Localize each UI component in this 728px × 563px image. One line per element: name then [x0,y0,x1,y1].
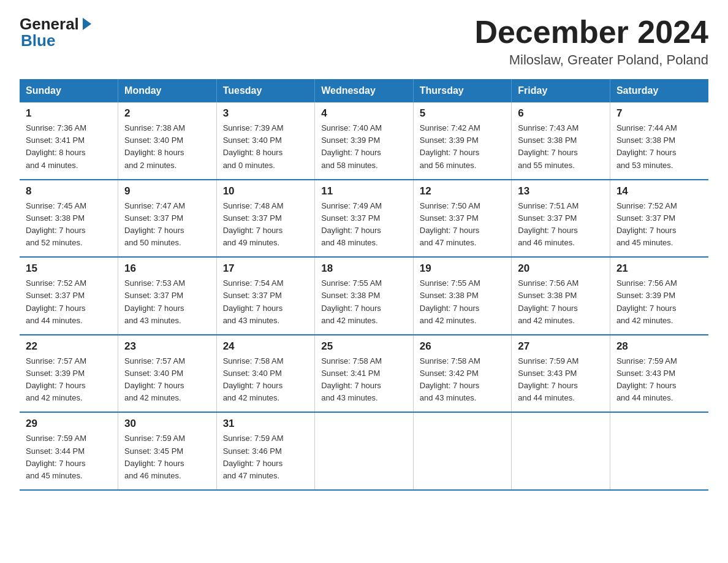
calendar-cell: 4 Sunrise: 7:40 AM Sunset: 3:39 PM Dayli… [315,102,414,180]
calendar-cell: 15 Sunrise: 7:52 AM Sunset: 3:37 PM Dayl… [20,257,118,335]
calendar-cell [610,412,708,490]
day-number: 14 [616,185,702,197]
day-number: 29 [26,418,112,430]
day-number: 8 [26,185,112,197]
calendar-cell: 30 Sunrise: 7:59 AM Sunset: 3:45 PM Dayl… [118,412,217,490]
day-number: 10 [223,185,309,197]
day-info: Sunrise: 7:36 AM Sunset: 3:41 PM Dayligh… [26,122,112,172]
calendar-cell: 31 Sunrise: 7:59 AM Sunset: 3:46 PM Dayl… [216,412,315,490]
calendar-cell: 14 Sunrise: 7:52 AM Sunset: 3:37 PM Dayl… [610,180,708,258]
calendar-cell: 1 Sunrise: 7:36 AM Sunset: 3:41 PM Dayli… [20,102,118,180]
day-info: Sunrise: 7:57 AM Sunset: 3:39 PM Dayligh… [26,355,112,405]
calendar-cell: 9 Sunrise: 7:47 AM Sunset: 3:37 PM Dayli… [118,180,217,258]
calendar-cell: 28 Sunrise: 7:59 AM Sunset: 3:43 PM Dayl… [610,335,708,413]
day-number: 11 [321,185,407,197]
day-number: 27 [518,340,604,353]
calendar-cell: 27 Sunrise: 7:59 AM Sunset: 3:43 PM Dayl… [512,335,610,413]
day-info: Sunrise: 7:53 AM Sunset: 3:37 PM Dayligh… [124,277,210,327]
day-info: Sunrise: 7:51 AM Sunset: 3:37 PM Dayligh… [518,200,604,250]
logo-arrow-icon [83,18,91,30]
calendar-cell: 11 Sunrise: 7:49 AM Sunset: 3:37 PM Dayl… [315,180,414,258]
logo-blue: Blue [21,31,55,50]
day-info: Sunrise: 7:52 AM Sunset: 3:37 PM Dayligh… [26,277,112,327]
location: Miloslaw, Greater Poland, Poland [474,52,708,68]
calendar-header-row: SundayMondayTuesdayWednesdayThursdayFrid… [20,79,708,102]
calendar-cell [315,412,414,490]
header-monday: Monday [118,79,217,102]
day-info: Sunrise: 7:49 AM Sunset: 3:37 PM Dayligh… [321,200,407,250]
calendar-cell: 18 Sunrise: 7:55 AM Sunset: 3:38 PM Dayl… [315,257,414,335]
calendar-cell: 8 Sunrise: 7:45 AM Sunset: 3:38 PM Dayli… [20,180,118,258]
day-number: 21 [616,262,702,275]
day-number: 16 [124,262,210,275]
calendar-cell [512,412,610,490]
day-number: 19 [420,262,506,275]
calendar-cell: 13 Sunrise: 7:51 AM Sunset: 3:37 PM Dayl… [512,180,610,258]
day-number: 9 [124,185,210,197]
day-info: Sunrise: 7:50 AM Sunset: 3:37 PM Dayligh… [420,200,506,250]
logo: General Blue [20,15,91,50]
header-wednesday: Wednesday [315,79,414,102]
day-info: Sunrise: 7:58 AM Sunset: 3:42 PM Dayligh… [420,355,506,405]
day-info: Sunrise: 7:55 AM Sunset: 3:38 PM Dayligh… [420,277,506,327]
header-friday: Friday [512,79,610,102]
day-info: Sunrise: 7:59 AM Sunset: 3:43 PM Dayligh… [616,355,702,405]
calendar-cell: 19 Sunrise: 7:55 AM Sunset: 3:38 PM Dayl… [413,257,512,335]
calendar-cell [413,412,512,490]
day-number: 25 [321,340,407,353]
calendar-cell: 6 Sunrise: 7:43 AM Sunset: 3:38 PM Dayli… [512,102,610,180]
day-number: 28 [616,340,702,353]
day-number: 4 [321,107,407,120]
header-sunday: Sunday [20,79,118,102]
day-info: Sunrise: 7:44 AM Sunset: 3:38 PM Dayligh… [616,122,702,172]
calendar-cell: 25 Sunrise: 7:58 AM Sunset: 3:41 PM Dayl… [315,335,414,413]
day-number: 22 [26,340,112,353]
day-number: 24 [223,340,309,353]
month-title: December 2024 [474,15,708,50]
calendar-cell: 10 Sunrise: 7:48 AM Sunset: 3:37 PM Dayl… [216,180,315,258]
day-number: 12 [420,185,506,197]
day-number: 17 [223,262,309,275]
day-info: Sunrise: 7:47 AM Sunset: 3:37 PM Dayligh… [124,200,210,250]
day-number: 20 [518,262,604,275]
day-number: 18 [321,262,407,275]
calendar-cell: 5 Sunrise: 7:42 AM Sunset: 3:39 PM Dayli… [413,102,512,180]
calendar-cell: 12 Sunrise: 7:50 AM Sunset: 3:37 PM Dayl… [413,180,512,258]
day-info: Sunrise: 7:52 AM Sunset: 3:37 PM Dayligh… [616,200,702,250]
calendar-week-4: 22 Sunrise: 7:57 AM Sunset: 3:39 PM Dayl… [20,335,708,413]
calendar-week-5: 29 Sunrise: 7:59 AM Sunset: 3:44 PM Dayl… [20,412,708,490]
calendar-week-2: 8 Sunrise: 7:45 AM Sunset: 3:38 PM Dayli… [20,180,708,258]
day-info: Sunrise: 7:43 AM Sunset: 3:38 PM Dayligh… [518,122,604,172]
day-info: Sunrise: 7:58 AM Sunset: 3:40 PM Dayligh… [223,355,309,405]
day-info: Sunrise: 7:55 AM Sunset: 3:38 PM Dayligh… [321,277,407,327]
day-number: 31 [223,418,309,430]
day-info: Sunrise: 7:42 AM Sunset: 3:39 PM Dayligh… [420,122,506,172]
day-info: Sunrise: 7:56 AM Sunset: 3:39 PM Dayligh… [616,277,702,327]
calendar-cell: 3 Sunrise: 7:39 AM Sunset: 3:40 PM Dayli… [216,102,315,180]
calendar-cell: 22 Sunrise: 7:57 AM Sunset: 3:39 PM Dayl… [20,335,118,413]
day-info: Sunrise: 7:59 AM Sunset: 3:43 PM Dayligh… [518,355,604,405]
day-number: 13 [518,185,604,197]
day-number: 23 [124,340,210,353]
calendar-cell: 21 Sunrise: 7:56 AM Sunset: 3:39 PM Dayl… [610,257,708,335]
calendar-cell: 16 Sunrise: 7:53 AM Sunset: 3:37 PM Dayl… [118,257,217,335]
calendar-cell: 20 Sunrise: 7:56 AM Sunset: 3:38 PM Dayl… [512,257,610,335]
day-info: Sunrise: 7:38 AM Sunset: 3:40 PM Dayligh… [124,122,210,172]
day-number: 7 [616,107,702,120]
calendar-table: SundayMondayTuesdayWednesdayThursdayFrid… [20,79,708,491]
day-info: Sunrise: 7:59 AM Sunset: 3:44 PM Dayligh… [26,432,112,482]
day-number: 30 [124,418,210,430]
calendar-cell: 23 Sunrise: 7:57 AM Sunset: 3:40 PM Dayl… [118,335,217,413]
header-thursday: Thursday [413,79,512,102]
day-info: Sunrise: 7:45 AM Sunset: 3:38 PM Dayligh… [26,200,112,250]
header-tuesday: Tuesday [216,79,315,102]
day-info: Sunrise: 7:56 AM Sunset: 3:38 PM Dayligh… [518,277,604,327]
day-info: Sunrise: 7:59 AM Sunset: 3:46 PM Dayligh… [223,432,309,482]
calendar-week-3: 15 Sunrise: 7:52 AM Sunset: 3:37 PM Dayl… [20,257,708,335]
day-number: 1 [26,107,112,120]
calendar-cell: 17 Sunrise: 7:54 AM Sunset: 3:37 PM Dayl… [216,257,315,335]
calendar-week-1: 1 Sunrise: 7:36 AM Sunset: 3:41 PM Dayli… [20,102,708,180]
calendar-cell: 26 Sunrise: 7:58 AM Sunset: 3:42 PM Dayl… [413,335,512,413]
header-saturday: Saturday [610,79,708,102]
day-number: 26 [420,340,506,353]
